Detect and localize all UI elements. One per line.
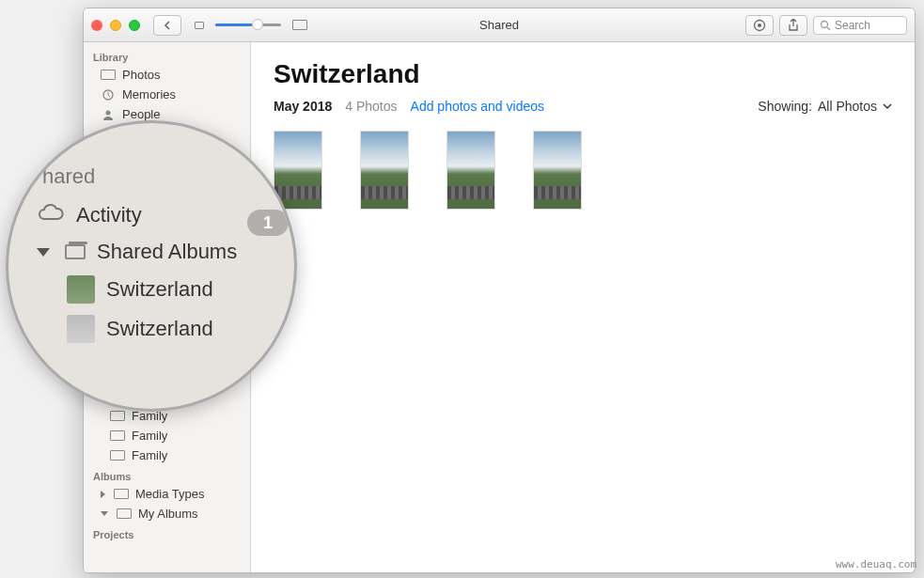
thumb-large-icon [292,20,307,30]
people-icon [101,109,116,120]
photo-thumbnail[interactable] [533,131,582,210]
window-controls [91,20,140,31]
mag-item-activity[interactable]: Activity [20,196,283,234]
mag-section-shared: hared [20,161,283,196]
album-title: Switzerland [274,59,892,89]
toolbar-nav [153,15,181,36]
cloud-icon [37,202,65,228]
search-field[interactable]: Search [813,16,907,35]
photo-thumbnail[interactable] [360,131,409,210]
magnifier-overlay: 1 hared Activity Shared Albums Switzerla… [6,120,297,412]
thumb-small-icon [195,22,204,29]
sidebar-section-albums: Albums [84,465,250,484]
album-meta: May 2018 4 Photos Add photos and videos … [274,99,892,114]
svg-point-2 [822,21,828,27]
mag-item-shared-albums[interactable]: Shared Albums [20,234,283,270]
sidebar-item-myalbums[interactable]: My Albums [84,504,250,523]
sidebar-section-library: Library [84,46,250,65]
sidebar-item-family[interactable]: Family [84,426,250,445]
close-icon[interactable] [91,20,102,31]
back-button[interactable] [153,15,181,36]
sidebar-item-memories[interactable]: Memories [84,85,250,104]
showing-filter[interactable]: Showing: All Photos [758,99,892,114]
album-icon [110,411,125,421]
chevron-right-icon [101,491,105,498]
chevron-down-icon [101,511,108,516]
albums-icon [65,244,86,259]
watermark: www.deuaq.com [836,558,916,570]
photos-icon [101,70,116,80]
album-icon [110,430,125,441]
svg-point-5 [106,110,111,115]
memories-icon [101,89,116,101]
main-content: Switzerland May 2018 4 Photos Add photos… [251,42,915,572]
mag-item-switzerland[interactable]: Switzerland [20,309,283,349]
minimize-icon[interactable] [110,20,121,31]
chevron-down-icon [883,102,892,110]
add-photos-link[interactable]: Add photos and videos [411,99,544,114]
album-icon [114,489,129,499]
album-thumb-icon [67,275,95,304]
info-button[interactable] [745,15,774,36]
svg-point-1 [758,23,761,27]
search-placeholder: Search [835,19,870,32]
window-title: Shared [479,18,519,32]
sidebar-item-mediatypes[interactable]: Media Types [84,484,250,504]
photo-thumbnail[interactable] [446,131,495,210]
sidebar-item-family[interactable]: Family [84,445,250,465]
chevron-down-icon [37,248,50,257]
share-button[interactable] [779,15,807,36]
album-icon [110,450,125,461]
photo-count: 4 Photos [345,99,397,114]
toolbar-right: Search [745,15,907,36]
activity-badge: 1 [247,210,289,236]
sidebar-item-photos[interactable]: Photos [84,65,250,85]
photo-thumbnail[interactable] [274,131,322,210]
album-thumb-icon [67,315,95,343]
album-date: May 2018 [274,99,332,114]
titlebar: Shared Search [84,8,915,42]
zoom-icon[interactable] [129,20,140,31]
search-icon [820,20,831,31]
photo-grid [274,131,892,210]
sidebar-section-projects: Projects [84,523,250,542]
zoom-control[interactable] [195,20,307,30]
album-icon [117,508,132,519]
mag-item-switzerland[interactable]: Switzerland [20,270,283,309]
svg-line-3 [827,27,830,30]
zoom-slider[interactable] [215,23,281,26]
